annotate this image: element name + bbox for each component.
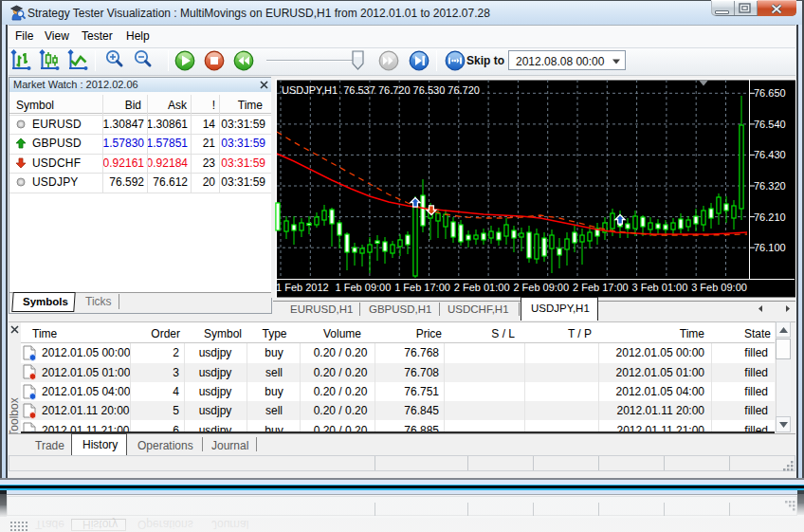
svg-text:1 Feb 2012: 1 Feb 2012 <box>276 282 329 293</box>
svg-text:2 Feb 09:00: 2 Feb 09:00 <box>513 282 569 293</box>
svg-text:76.540: 76.540 <box>754 119 786 130</box>
svg-text:1 Feb 17:00: 1 Feb 17:00 <box>394 282 450 293</box>
svg-text:3 Feb 01:00: 3 Feb 01:00 <box>632 282 688 293</box>
svg-text:76.320: 76.320 <box>754 180 786 192</box>
svg-text:76.650: 76.650 <box>754 87 786 99</box>
svg-text:76.100: 76.100 <box>754 242 786 253</box>
svg-text:1 Feb 09:00: 1 Feb 09:00 <box>336 282 392 293</box>
svg-text:3 Feb 09:00: 3 Feb 09:00 <box>691 282 747 293</box>
svg-text:76.430: 76.430 <box>754 149 786 160</box>
svg-text:2 Feb 01:00: 2 Feb 01:00 <box>454 282 510 293</box>
svg-text:2 Feb 17:00: 2 Feb 17:00 <box>573 282 629 293</box>
svg-text:76.210: 76.210 <box>754 211 786 223</box>
svg-text:USDJPY,H1 76.537 76.720 76.53: USDJPY,H1 76.537 76.720 76.530 76.720 <box>282 84 480 96</box>
